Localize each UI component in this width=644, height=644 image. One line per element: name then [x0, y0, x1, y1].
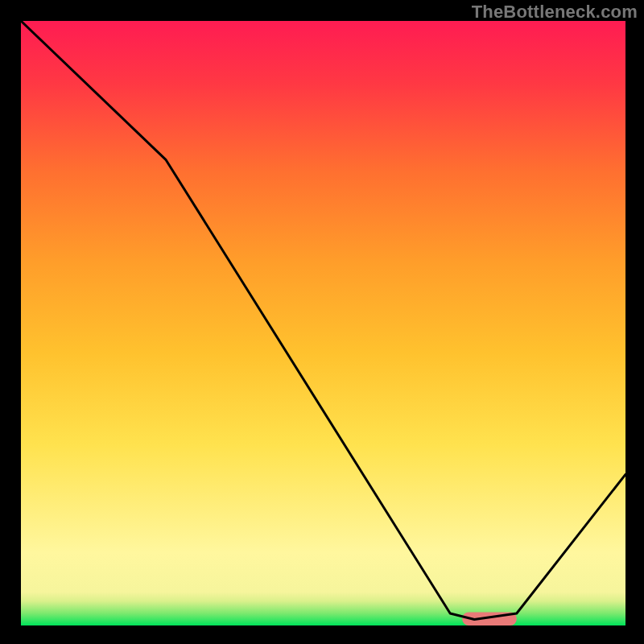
chart-svg — [21, 21, 625, 625]
plot-area — [21, 21, 625, 625]
gradient-background — [21, 21, 625, 625]
chart-frame: TheBottleneck.com — [0, 0, 644, 644]
watermark-text: TheBottleneck.com — [472, 2, 638, 23]
